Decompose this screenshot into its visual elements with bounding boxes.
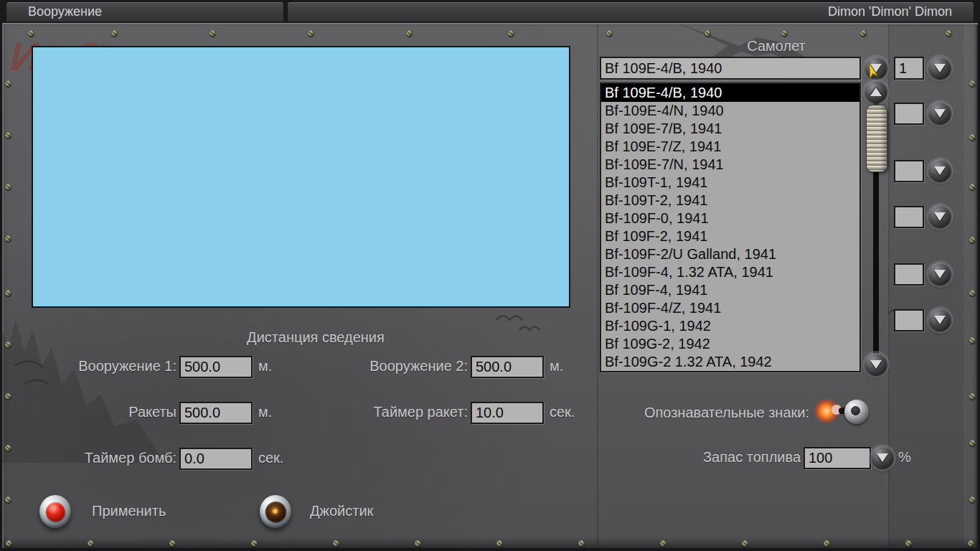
- aircraft-count-field[interactable]: [894, 57, 924, 80]
- fuel-input[interactable]: [804, 447, 871, 469]
- bomb-timer-label: Таймер бомб:: [29, 450, 176, 466]
- markings-label: Опознавательные знаки:: [545, 405, 809, 421]
- aircraft-list-item[interactable]: Bf-109G-1, 1942: [601, 317, 859, 335]
- aircraft-count-spinner-button[interactable]: [928, 57, 951, 80]
- chevron-down-icon: [934, 316, 946, 324]
- red-lamp-icon: [46, 502, 65, 522]
- aircraft-list-item[interactable]: Bf-109F-2/U Galland, 1941: [601, 245, 859, 263]
- joystick-button[interactable]: [260, 495, 291, 528]
- chevron-down-icon: [934, 64, 946, 72]
- weapon2-convergence-input[interactable]: [471, 356, 544, 378]
- weapon-slot-field-1[interactable]: [894, 103, 924, 125]
- aircraft-list-item[interactable]: Bf-109F-0, 1941: [601, 209, 859, 227]
- aircraft-label: Самолет: [705, 38, 848, 55]
- weapon-slot-spinner-3[interactable]: [928, 205, 951, 228]
- aircraft-list-item[interactable]: Bf 109E-7/B, 1941: [601, 120, 859, 138]
- aircraft-list-item[interactable]: Bf-109E-7/N, 1941: [601, 156, 859, 174]
- chevron-up-icon: [870, 88, 882, 96]
- tab-player[interactable]: Dimon 'Dimon' Dimon: [287, 1, 974, 22]
- weapon-slot-spinner-2[interactable]: [928, 159, 951, 182]
- scroll-down-button[interactable]: [864, 353, 887, 376]
- rockets-convergence-input[interactable]: [179, 402, 253, 424]
- aircraft-list-item[interactable]: Bf-109E-4/N, 1940: [601, 102, 859, 120]
- rocket-timer-input[interactable]: [471, 402, 544, 424]
- chevron-down-icon: [877, 453, 888, 462]
- aircraft-list-item[interactable]: Bf 109F-4, 1941: [601, 281, 859, 299]
- aircraft-list-item[interactable]: Bf 109F-2, 1941: [601, 227, 859, 245]
- rockets-unit: м.: [258, 404, 272, 420]
- aircraft-list-item[interactable]: Bf-109F-4, 1.32 ATA, 1941: [601, 263, 859, 281]
- weapon2-unit: м.: [550, 358, 563, 375]
- aircraft-list-item[interactable]: Bf-109T-1, 1941: [601, 174, 859, 192]
- scroll-up-button[interactable]: [864, 80, 887, 103]
- weapon1-label: Вооружение 1:: [29, 358, 176, 375]
- apply-label: Применить: [92, 503, 166, 519]
- tab-armament[interactable]: Вооружение: [6, 1, 284, 22]
- convergence-title: Дистанция сведения: [172, 329, 459, 346]
- weapon-slot-spinner-4[interactable]: [928, 263, 951, 286]
- fuel-spinner-button[interactable]: [871, 446, 894, 469]
- aircraft-list-item[interactable]: Bf 109E-4/B, 1940: [601, 84, 859, 102]
- aircraft-list-item[interactable]: Bf-109T-2, 1941: [601, 192, 859, 209]
- weapon-slot-spinner-1[interactable]: [928, 102, 951, 125]
- player-name: Dimon 'Dimon' Dimon: [828, 4, 952, 19]
- map-preview: [32, 46, 570, 308]
- toggle-base-icon: [844, 400, 869, 424]
- tab-armament-label: Вооружение: [28, 4, 102, 19]
- weapon1-convergence-input[interactable]: [179, 356, 253, 378]
- weapon2-label: Вооружение 2:: [316, 358, 468, 375]
- aircraft-list[interactable]: Bf 109E-4/B, 1940 Bf-109E-4/N, 1940 Bf 1…: [600, 83, 861, 372]
- apply-button[interactable]: [39, 495, 71, 528]
- weapon-slot-field-5[interactable]: [894, 309, 924, 331]
- scrollbar-thumb[interactable]: [866, 105, 887, 172]
- aircraft-select[interactable]: Bf 109E-4/B, 1940: [600, 57, 861, 80]
- weapon-slot-spinner-5[interactable]: [928, 309, 951, 331]
- tree-silhouette: [0, 298, 165, 463]
- fuel-unit: %: [898, 449, 911, 466]
- weapon-slot-field-3[interactable]: [894, 206, 924, 228]
- chevron-down-icon: [934, 109, 946, 118]
- aircraft-list-item[interactable]: Bf 109E-7/Z, 1941: [601, 138, 859, 156]
- aircraft-list-item[interactable]: Bf-109F-4/Z, 1941: [601, 299, 859, 317]
- weapon-slot-field-4[interactable]: [894, 263, 924, 286]
- weapon-slot-field-2[interactable]: [894, 160, 924, 182]
- bomb-timer-unit: сек.: [258, 450, 283, 466]
- aircraft-list-item[interactable]: Bf-109G-2 1.32 ATA, 1942: [601, 353, 859, 371]
- dark-lamp-icon: [265, 501, 286, 522]
- fuel-label: Запас топлива: [617, 449, 801, 466]
- title-bar: Вооружение Dimon 'Dimon' Dimon: [0, 0, 980, 23]
- joystick-label: Джойстик: [310, 503, 373, 519]
- markings-toggle-switch[interactable]: [814, 395, 872, 429]
- chevron-down-icon: [934, 166, 946, 175]
- weapon1-unit: м.: [258, 358, 272, 375]
- bomb-timer-input[interactable]: [179, 448, 253, 470]
- panel-seam: [597, 24, 598, 547]
- chevron-down-icon: [870, 360, 882, 369]
- chevron-down-icon: [934, 270, 946, 278]
- rockets-label: Ракеты: [29, 404, 176, 420]
- chevron-down-icon: [934, 212, 946, 221]
- rocket-timer-label: Таймер ракет:: [316, 404, 468, 420]
- aircraft-list-item[interactable]: Bf 109G-2, 1942: [601, 335, 859, 353]
